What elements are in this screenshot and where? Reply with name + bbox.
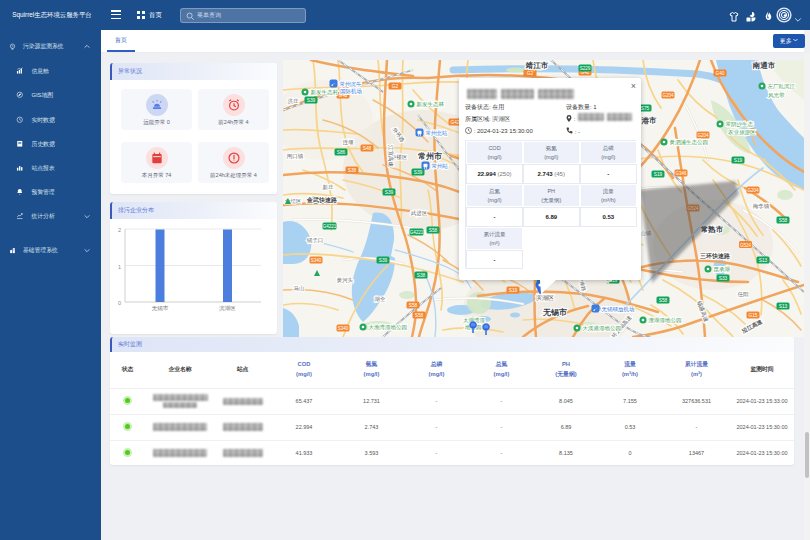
svg-text:G204: G204 [697,133,709,138]
svg-text:S86: S86 [337,150,346,155]
svg-text:G2: G2 [392,84,399,89]
svg-text:S58: S58 [659,298,668,303]
svg-text:S58: S58 [779,218,788,223]
svg-text:常州站: 常州站 [432,163,449,169]
svg-text:港市: 港市 [641,116,658,125]
svg-text:S13: S13 [779,304,788,309]
svg-text:农业旅游区: 农业旅游区 [728,129,756,136]
svg-text:S340: S340 [311,258,322,263]
svg-text:S229: S229 [580,66,591,71]
svg-text:G204: G204 [662,93,674,98]
svg-text:三环快速路: 三环快速路 [700,252,731,260]
svg-text:大渔湾湿地公园: 大渔湾湿地公园 [369,324,408,331]
svg-text:新庄: 新庄 [323,184,335,190]
svg-text:G524: G524 [740,243,752,248]
svg-text:常州市: 常州市 [418,151,442,161]
svg-text:新发生态林: 新发生态林 [417,101,445,107]
svg-text:南通市: 南通市 [752,61,776,70]
svg-text:S19: S19 [509,288,518,293]
svg-text:0: 0 [118,300,121,306]
svg-text:S13: S13 [759,258,768,263]
svg-text:G204: G204 [747,188,759,193]
svg-text:任阳: 任阳 [738,291,749,298]
svg-text:2: 2 [118,227,121,233]
svg-text:连堰: 连堰 [343,139,355,146]
svg-text:武进区: 武进区 [411,210,428,217]
svg-text:S33: S33 [719,276,728,281]
svg-text:1: 1 [118,264,121,270]
svg-text:G4221: G4221 [410,230,424,235]
svg-text:S39: S39 [307,98,316,103]
svg-text:S48: S48 [363,146,372,151]
svg-text:昆承湖: 昆承湖 [714,266,731,273]
svg-text:风光带: 风光带 [768,92,785,99]
svg-text:S38: S38 [417,273,426,278]
svg-text:洪庄: 洪庄 [288,98,300,105]
svg-text:国际机场: 国际机场 [340,88,362,95]
svg-text:G4221: G4221 [323,224,337,229]
svg-text:大溪港湿地公园: 大溪港湿地公园 [583,325,622,332]
svg-text:新发生态村: 新发生态村 [311,89,339,96]
svg-text:滨湖区: 滨湖区 [219,305,236,312]
svg-text:G2: G2 [527,71,534,76]
svg-text:G40: G40 [715,71,724,76]
svg-text:S19: S19 [654,172,663,177]
svg-text:S39: S39 [379,258,388,263]
svg-text:S58: S58 [429,228,438,233]
svg-text:湖全: 湖全 [374,296,387,302]
svg-text:S58: S58 [409,303,418,308]
svg-text:S39: S39 [385,190,394,195]
svg-text:左厂乱滨江: 左厂乱滨江 [768,83,796,90]
svg-text:漕湖湿地公园: 漕湖湿地公园 [648,317,682,324]
svg-text:S75: S75 [641,106,650,111]
svg-text:S38: S38 [348,168,357,173]
svg-text:金武快速路: 金武快速路 [306,196,338,204]
svg-text:S39: S39 [414,170,423,175]
svg-text:锡子口: 锡子口 [307,237,324,244]
svg-text:无锡市: 无锡市 [542,307,567,317]
svg-text:黄河头: 黄河头 [337,277,354,284]
svg-text:闸口镇: 闸口镇 [287,153,304,160]
svg-text:常州北站: 常州北站 [426,130,449,137]
svg-text:梅李镇: 梅李镇 [752,203,770,210]
svg-text:江宜高速: 江宜高速 [387,145,394,168]
svg-text:黄泗浦生态公园: 黄泗浦生态公园 [670,139,709,146]
svg-text:无锡市: 无锡市 [152,305,169,312]
svg-text:G15: G15 [748,313,757,318]
svg-text:马山: 马山 [294,285,305,291]
svg-text:S340: S340 [338,326,349,331]
svg-text:无锡硕放机场: 无锡硕放机场 [602,306,635,313]
svg-text:常阴沙生态: 常阴沙生态 [726,121,754,128]
svg-text:靖江市: 靖江市 [525,61,549,70]
svg-text:S19: S19 [734,158,743,163]
svg-text:S58: S58 [415,313,424,318]
svg-text:G346: G346 [675,171,687,176]
svg-text:常州滨牛: 常州滨牛 [340,81,363,88]
